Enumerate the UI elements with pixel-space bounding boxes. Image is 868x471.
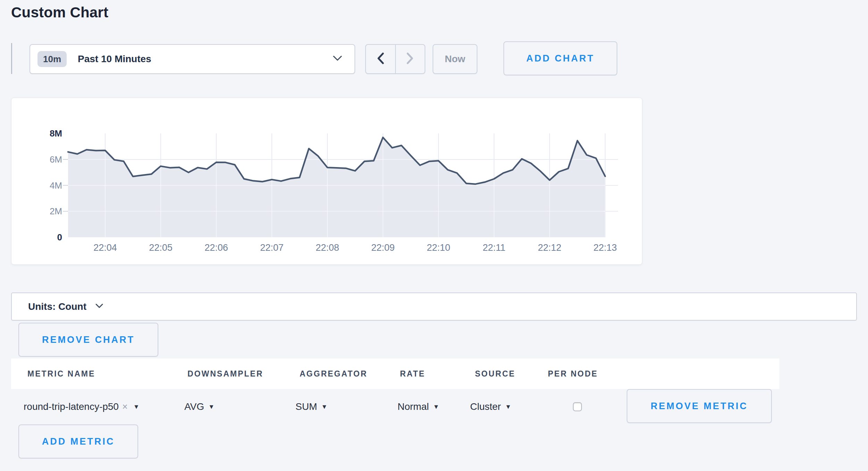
x-axis-tick-label: 22:13 [593, 242, 617, 253]
per-node-checkbox[interactable] [573, 402, 582, 411]
y-axis-tick-label: 2M [20, 206, 62, 217]
x-axis-tick-label: 22:08 [316, 242, 339, 253]
source-value: Cluster [470, 401, 501, 412]
time-window-select[interactable]: 10m Past 10 Minutes [30, 44, 355, 74]
downsampler-select[interactable]: AVG ▼ [184, 401, 215, 412]
column-header-rate: RATE [400, 369, 425, 379]
time-selector-accent-bar [11, 43, 12, 74]
column-header-per-node: PER NODE [548, 369, 598, 379]
y-axis-tick-label: 8M [20, 128, 62, 139]
x-axis-tick-label: 22:07 [260, 242, 284, 253]
chevron-left-icon [376, 52, 385, 66]
chevron-down-icon [333, 56, 342, 63]
prev-time-button[interactable] [366, 45, 395, 73]
units-label: Units: Count [28, 301, 86, 312]
chart-card: 02M4M6M8M 22:0422:0522:0622:0722:0822:09… [11, 98, 642, 265]
add-metric-button[interactable]: ADD METRIC [18, 424, 138, 458]
x-axis-tick-label: 22:11 [483, 242, 506, 253]
time-nav-group [365, 44, 425, 74]
column-header-downsampler: DOWNSAMPLER [187, 369, 263, 379]
metric-name-value: round-trip-latency-p50 [24, 401, 119, 412]
units-select[interactable]: Units: Count [11, 292, 857, 321]
source-select[interactable]: Cluster ▼ [470, 401, 511, 412]
page-title: Custom Chart [11, 4, 108, 21]
remove-metric-button[interactable]: REMOVE METRIC [627, 389, 772, 423]
time-window-label: Past 10 Minutes [78, 53, 151, 65]
chevron-down-icon [95, 304, 103, 310]
rate-value: Normal [398, 401, 429, 412]
remove-tag-icon[interactable]: × [122, 402, 128, 412]
x-axis-tick-label: 22:04 [93, 242, 117, 253]
column-header-source: SOURCE [475, 369, 515, 379]
x-axis-tick-label: 22:05 [149, 242, 173, 253]
timeseries-area-chart[interactable] [11, 98, 642, 264]
chevron-right-icon [406, 52, 414, 66]
next-time-button[interactable] [396, 45, 425, 73]
x-axis-tick-label: 22:12 [538, 242, 561, 253]
x-axis-tick-label: 22:09 [371, 242, 395, 253]
x-axis-tick-label: 22:10 [427, 242, 450, 253]
caret-down-icon: ▼ [433, 403, 439, 411]
remove-chart-button[interactable]: REMOVE CHART [18, 323, 158, 357]
caret-down-icon: ▼ [505, 403, 511, 411]
aggregator-select[interactable]: SUM ▼ [295, 401, 327, 412]
time-window-badge: 10m [37, 51, 67, 67]
y-axis-tick-label: 4M [20, 180, 62, 191]
column-header-metric-name: METRIC NAME [27, 369, 95, 379]
caret-down-icon: ▼ [133, 403, 140, 411]
add-chart-button[interactable]: ADD CHART [503, 41, 617, 75]
metric-name-select[interactable]: round-trip-latency-p50 × ▼ [24, 401, 140, 412]
caret-down-icon: ▼ [208, 403, 215, 411]
metrics-table-header: METRIC NAME DOWNSAMPLER AGGREGATOR RATE … [11, 358, 779, 389]
rate-select[interactable]: Normal ▼ [398, 401, 439, 412]
aggregator-value: SUM [295, 401, 317, 412]
x-axis-tick-label: 22:06 [205, 242, 228, 253]
caret-down-icon: ▼ [321, 403, 327, 411]
y-axis-tick-label: 6M [20, 154, 62, 165]
downsampler-value: AVG [184, 401, 204, 412]
y-axis-tick-label: 0 [20, 232, 62, 243]
now-button[interactable]: Now [433, 44, 477, 74]
column-header-aggregator: AGGREGATOR [300, 369, 367, 379]
